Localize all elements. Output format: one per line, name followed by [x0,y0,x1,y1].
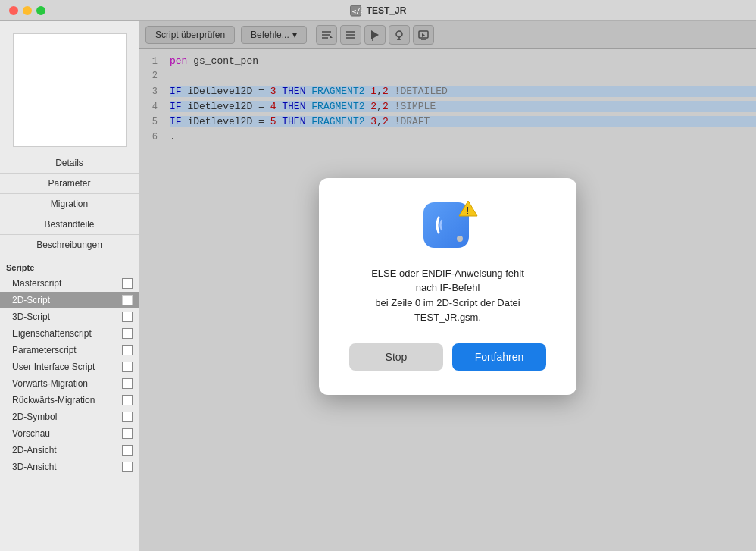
close-button[interactable] [9,6,18,15]
sidebar-item-migration[interactable]: Migration [0,194,139,214]
sidebar-item-details[interactable]: Details [0,153,139,174]
script-file-icon [122,378,133,389]
modal-message-line3: bei Zeile 0 im 2D-Script der Datei [375,297,520,308]
script-file-icon [122,278,133,289]
sidebar-item-3d-ansicht[interactable]: 3D-Ansicht [0,459,139,475]
window-controls[interactable] [9,6,45,15]
svg-text:</>: </> [352,8,362,15]
rueckwaerts-migration-label: Rückwärts-Migration [12,395,95,405]
preview-area [13,33,127,147]
script-file-icon [122,412,133,422]
window-title: </> TEST_JR [350,5,407,17]
modal-message: ELSE oder ENDIF-Anweisung fehlt nach IF-… [371,266,524,325]
sidebar-item-2d-script[interactable]: 2D-Script [0,292,139,308]
modal-message-line1: ELSE oder ENDIF-Anweisung fehlt [371,268,524,279]
sidebar-item-parameterscript[interactable]: Parameterscript [0,342,139,358]
script-app-icon [433,211,460,239]
app-icon: </> [350,5,362,17]
script-file-icon [122,395,133,405]
modal-overlay: ! ELSE oder ENDIF-Anweisung fehlt nach I… [139,21,756,551]
masterscript-label: Masterscript [12,278,61,289]
sidebar-item-3d-script[interactable]: 3D-Script [0,308,139,325]
sidebar-nav: Details Parameter Migration Bestandteile… [0,153,139,255]
modal-message-line2: nach IF-Befehl [416,282,480,293]
title-text: TEST_JR [367,5,407,16]
continue-button[interactable]: Fortfahren [452,343,546,371]
modal-icon-area: ! [423,202,472,251]
sidebar-item-parameter[interactable]: Parameter [0,174,139,194]
svg-text:!: ! [466,205,470,217]
stop-button[interactable]: Stop [349,343,443,371]
sidebar: Details Parameter Migration Bestandteile… [0,21,139,551]
sidebar-item-masterscript[interactable]: Masterscript [0,275,139,292]
modal-buttons: Stop Fortfahren [349,343,546,371]
3d-script-label: 3D-Script [12,312,50,322]
3d-ansicht-label: 3D-Ansicht [12,462,57,472]
app-container: Details Parameter Migration Bestandteile… [0,21,756,551]
script-file-icon [122,295,133,305]
sidebar-item-vorwaerts-migration[interactable]: Vorwärts-Migration [0,375,139,392]
main-content: Script überprüfen Befehle... ▾ [139,21,756,551]
modal-dialog: ! ELSE oder ENDIF-Anweisung fehlt nach I… [319,178,576,395]
sidebar-item-user-interface-script[interactable]: User Interface Script [0,358,139,375]
modal-message-line4: TEST_JR.gsm. [414,312,481,323]
maximize-button[interactable] [36,6,45,15]
icon-dot [457,236,463,242]
2d-symbol-label: 2D-Symbol [12,412,57,422]
vorschau-label: Vorschau [12,428,50,439]
minimize-button[interactable] [23,6,32,15]
script-file-icon [122,328,133,339]
user-interface-script-label: User Interface Script [12,362,95,372]
2d-ansicht-label: 2D-Ansicht [12,445,57,456]
sidebar-item-bestandteile[interactable]: Bestandteile [0,214,139,235]
sidebar-item-eigenschaftenscript[interactable]: Eigenschaftenscript [0,325,139,342]
script-file-icon [122,445,133,456]
vorwaerts-migration-label: Vorwärts-Migration [12,378,88,389]
sidebar-item-vorschau[interactable]: Vorschau [0,425,139,442]
parameterscript-label: Parameterscript [12,345,77,355]
script-file-icon [122,462,133,472]
scripts-section-label: Scripte [0,258,139,275]
script-file-icon [122,312,133,322]
script-file-icon [122,428,133,439]
sidebar-item-2d-symbol[interactable]: 2D-Symbol [0,409,139,425]
2d-script-label: 2D-Script [12,295,50,305]
eigenschaftenscript-label: Eigenschaftenscript [12,328,92,339]
sidebar-item-rueckwaerts-migration[interactable]: Rückwärts-Migration [0,392,139,409]
script-file-icon [122,362,133,372]
titlebar: </> TEST_JR [0,0,756,21]
warning-badge: ! [458,199,478,221]
script-file-icon [122,345,133,355]
sidebar-item-beschreibungen[interactable]: Beschreibungen [0,235,139,255]
sidebar-item-2d-ansicht[interactable]: 2D-Ansicht [0,442,139,459]
